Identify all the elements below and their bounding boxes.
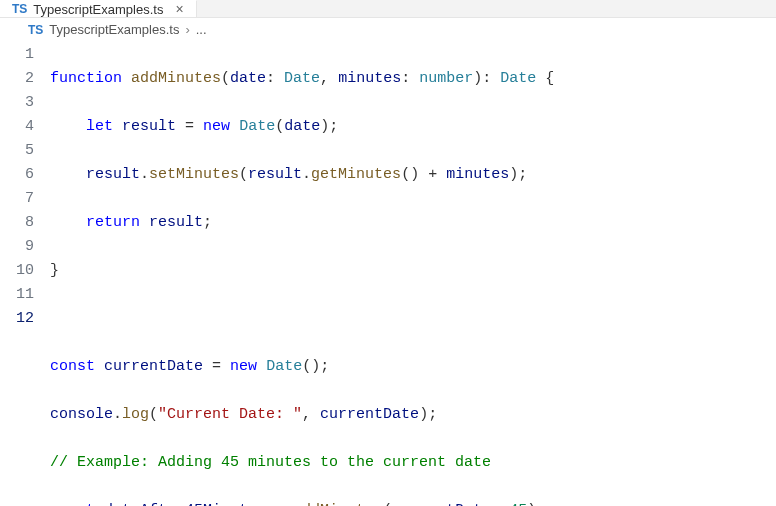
editor-tab[interactable]: TS TypescriptExamples.ts × <box>0 0 197 17</box>
editor-tab-bar: TS TypescriptExamples.ts × <box>0 0 776 18</box>
line-number: 4 <box>0 115 34 139</box>
code-content[interactable]: function addMinutes(date: Date, minutes:… <box>50 43 776 506</box>
line-number: 6 <box>0 163 34 187</box>
line-number: 8 <box>0 211 34 235</box>
breadcrumb-ellipsis: ... <box>196 22 207 37</box>
chevron-right-icon: › <box>185 22 189 37</box>
line-number: 5 <box>0 139 34 163</box>
breadcrumb[interactable]: TS TypescriptExamples.ts › ... <box>0 18 776 43</box>
line-number: 3 <box>0 91 34 115</box>
line-number: 12 <box>0 307 34 331</box>
line-number: 9 <box>0 235 34 259</box>
line-number: 10 <box>0 259 34 283</box>
code-editor[interactable]: 1 2 3 4 5 6 7 8 9 10 11 12 function addM… <box>0 43 776 506</box>
ts-file-icon: TS <box>28 23 43 37</box>
ts-file-icon: TS <box>12 2 27 16</box>
line-number: 7 <box>0 187 34 211</box>
breadcrumb-filename: TypescriptExamples.ts <box>49 22 179 37</box>
close-icon[interactable]: × <box>175 1 183 17</box>
line-gutter: 1 2 3 4 5 6 7 8 9 10 11 12 <box>0 43 50 506</box>
tab-filename: TypescriptExamples.ts <box>33 2 163 17</box>
line-number: 11 <box>0 283 34 307</box>
line-number: 1 <box>0 43 34 67</box>
line-number: 2 <box>0 67 34 91</box>
